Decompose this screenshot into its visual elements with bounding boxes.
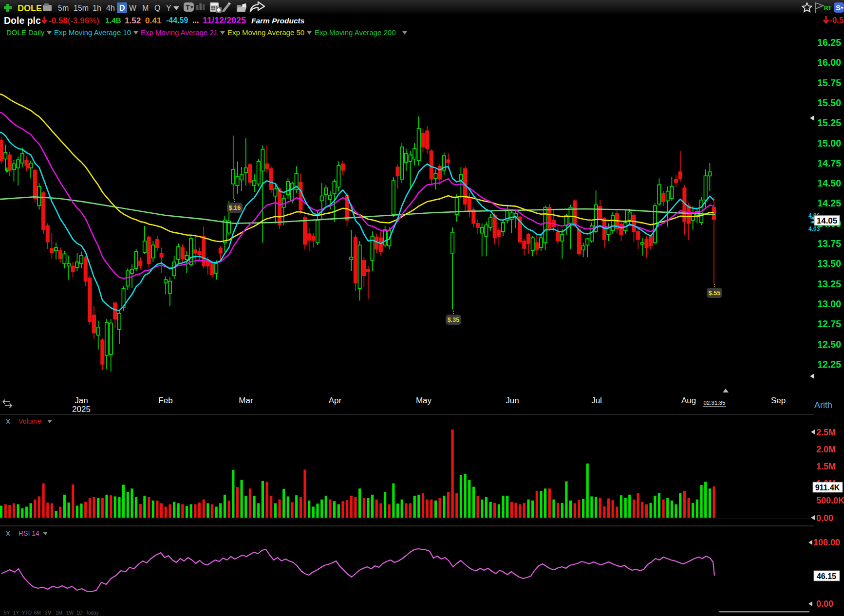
svg-text:Exp Moving Average 10: Exp Moving Average 10 — [54, 28, 131, 37]
svg-text:1D: 1D — [76, 610, 83, 616]
svg-text:T: T — [186, 3, 190, 11]
svg-text:13.25: 13.25 — [817, 279, 841, 289]
svg-text:13.50: 13.50 — [817, 258, 841, 269]
svg-text:RT: RT — [824, 5, 831, 11]
svg-text:M: M — [142, 4, 149, 12]
svg-text:0.00: 0.00 — [816, 599, 833, 609]
svg-text:12.50: 12.50 — [817, 339, 841, 350]
svg-text:12.25: 12.25 — [817, 359, 841, 370]
svg-text:1Y: 1Y — [13, 610, 19, 616]
svg-text:5Y: 5Y — [4, 610, 10, 616]
svg-text:14.50: 14.50 — [817, 178, 841, 188]
svg-text:911.4K: 911.4K — [815, 484, 840, 492]
svg-text:Y: Y — [166, 4, 171, 12]
svg-text:15.25: 15.25 — [817, 117, 841, 128]
svg-text:-0.58: -0.58 — [829, 16, 844, 25]
svg-text:Dole plc: Dole plc — [4, 15, 41, 26]
svg-text:4h: 4h — [106, 4, 115, 12]
svg-text:RSI 14: RSI 14 — [19, 529, 39, 537]
svg-text:Q: Q — [154, 4, 160, 12]
svg-text:1.52: 1.52 — [125, 16, 141, 25]
svg-text:Arith: Arith — [814, 400, 832, 410]
svg-text:Jul: Jul — [591, 396, 602, 405]
svg-text:-44.59: -44.59 — [166, 16, 188, 24]
svg-text:DOLE Daily: DOLE Daily — [6, 28, 45, 37]
svg-text:14.75: 14.75 — [817, 158, 841, 168]
svg-text:14.05: 14.05 — [817, 216, 838, 225]
svg-text:2025: 2025 — [72, 405, 91, 414]
svg-text:Jun: Jun — [506, 396, 519, 405]
svg-text:Apr: Apr — [329, 396, 342, 405]
svg-text:0.41: 0.41 — [145, 16, 161, 25]
svg-text:13.75: 13.75 — [817, 238, 841, 249]
svg-text:15.50: 15.50 — [817, 97, 841, 108]
svg-text:1W: 1W — [66, 610, 74, 616]
svg-text:DOLE: DOLE — [18, 3, 42, 13]
svg-text:6M: 6M — [34, 610, 41, 616]
svg-text:W: W — [129, 4, 137, 12]
svg-text:Volume: Volume — [19, 417, 41, 425]
svg-text:Exp Moving Average 50: Exp Moving Average 50 — [227, 28, 304, 37]
svg-text:500.0K: 500.0K — [816, 496, 844, 505]
svg-text:Mar: Mar — [239, 396, 253, 405]
svg-text:Sep: Sep — [771, 396, 786, 405]
svg-text:X: X — [6, 530, 10, 537]
svg-text:13.00: 13.00 — [817, 299, 841, 309]
svg-text:11/12/2025: 11/12/2025 — [203, 16, 246, 25]
svg-text:46.15: 46.15 — [817, 572, 836, 580]
svg-text:02:31:35: 02:31:35 — [704, 400, 726, 406]
svg-text:$.16: $.16 — [229, 205, 241, 211]
svg-text:YTD: YTD — [22, 610, 32, 616]
svg-text:15m: 15m — [74, 4, 89, 12]
svg-text:$.55: $.55 — [709, 290, 720, 297]
svg-text:2.5M: 2.5M — [816, 428, 836, 437]
svg-text:D: D — [119, 4, 125, 12]
svg-text:5m: 5m — [58, 4, 69, 12]
svg-text:S: S — [836, 3, 841, 12]
svg-text:$.35: $.35 — [448, 317, 459, 323]
svg-text:15.00: 15.00 — [817, 138, 841, 149]
svg-text:3M: 3M — [45, 610, 52, 616]
svg-text:Farm Products: Farm Products — [251, 17, 305, 25]
svg-text:4.03: 4.03 — [808, 225, 820, 232]
svg-text:Feb: Feb — [158, 396, 172, 405]
svg-text:12.75: 12.75 — [817, 318, 841, 329]
svg-text:Exp Moving Average 200: Exp Moving Average 200 — [315, 28, 396, 37]
svg-text:100.00: 100.00 — [813, 538, 840, 547]
svg-text:Aug: Aug — [681, 396, 696, 405]
svg-text:Today: Today — [86, 610, 99, 616]
svg-text:1h: 1h — [93, 4, 101, 12]
svg-text:Jan: Jan — [75, 396, 88, 405]
svg-text:14.25: 14.25 — [817, 198, 841, 208]
svg-text:2.0M: 2.0M — [816, 445, 836, 454]
svg-text:16.00: 16.00 — [817, 57, 841, 68]
svg-text:...: ... — [192, 16, 199, 24]
svg-text:0.00: 0.00 — [816, 513, 833, 523]
svg-text:-0.58(-3.96%): -0.58(-3.96%) — [49, 16, 99, 25]
svg-text:16.25: 16.25 — [817, 37, 841, 48]
svg-text:Exp Moving Average 21: Exp Moving Average 21 — [141, 28, 218, 37]
svg-text:1.4B: 1.4B — [105, 16, 121, 24]
svg-text:1.5M: 1.5M — [816, 462, 836, 471]
svg-text:15.75: 15.75 — [817, 77, 841, 88]
svg-text:1M: 1M — [56, 610, 62, 616]
svg-text:May: May — [416, 396, 432, 405]
svg-text:X: X — [6, 418, 10, 425]
